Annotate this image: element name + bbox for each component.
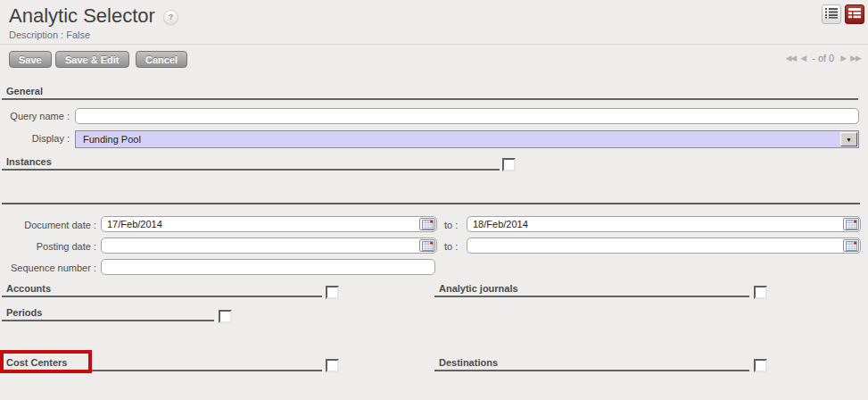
instances-checkbox[interactable]: [502, 158, 516, 171]
display-select[interactable]: Funding Pool ▼: [75, 130, 859, 148]
pager-last-icon[interactable]: ▶▶: [850, 54, 861, 62]
save-button[interactable]: Save: [9, 51, 52, 68]
page-title: Analytic Selector: [9, 4, 155, 28]
list-view-button[interactable]: [822, 4, 841, 24]
section-periods: Periods: [2, 307, 214, 321]
display-label: Display :: [0, 133, 70, 144]
section-separator: [2, 203, 860, 204]
section-instances: Instances: [2, 156, 500, 171]
document-date-to-label: to :: [444, 220, 464, 230]
accounts-checkbox[interactable]: [326, 286, 339, 299]
posting-date-to-input[interactable]: [467, 238, 861, 254]
document-date-input[interactable]: [101, 216, 437, 232]
document-date-label: Document date :: [0, 220, 96, 230]
save-and-edit-button[interactable]: Save & Edit: [55, 51, 129, 68]
dropdown-arrow-icon[interactable]: ▼: [840, 132, 857, 146]
pager-next-icon[interactable]: ▶: [840, 54, 846, 62]
periods-checkbox[interactable]: [219, 310, 232, 323]
pager-prev-icon[interactable]: ◀: [800, 54, 806, 62]
display-select-value: Funding Pool: [83, 134, 141, 145]
pager-count: - of 0: [812, 53, 834, 63]
query-name-input[interactable]: [75, 108, 859, 124]
form-view-icon: [848, 6, 861, 22]
cost-centers-checkbox[interactable]: [326, 359, 339, 372]
destinations-checkbox[interactable]: [754, 359, 767, 372]
section-general: General: [2, 86, 858, 100]
document-date-to-field: [467, 216, 861, 232]
posting-date-to-label: to :: [444, 241, 464, 252]
description-text: Description : False: [9, 29, 90, 40]
posting-date-field: [101, 238, 437, 254]
calendar-icon[interactable]: [419, 239, 435, 252]
posting-date-label: Posting date :: [0, 241, 96, 252]
pager-first-icon[interactable]: ◀◀: [785, 54, 796, 62]
posting-date-input[interactable]: [101, 238, 437, 254]
analytic-selector-form-view: Analytic Selector ? Description : False …: [0, 0, 868, 400]
red-highlight-annotation: [0, 350, 92, 373]
section-accounts: Accounts: [2, 283, 322, 297]
query-name-label: Query name :: [0, 111, 70, 121]
sequence-number-label: Sequence number :: [0, 262, 96, 273]
calendar-icon[interactable]: [419, 218, 435, 230]
analytic-journals-checkbox[interactable]: [754, 286, 767, 299]
calendar-icon[interactable]: [843, 218, 859, 230]
posting-date-to-field: [467, 238, 861, 254]
sequence-number-input[interactable]: [101, 259, 435, 275]
help-icon[interactable]: ?: [163, 10, 178, 25]
form-view-button[interactable]: [845, 4, 864, 24]
document-date-to-input[interactable]: [467, 216, 861, 232]
calendar-icon[interactable]: [843, 239, 859, 252]
cancel-button[interactable]: Cancel: [136, 51, 187, 68]
header-separator: [0, 44, 868, 45]
list-view-icon: [825, 6, 838, 22]
section-analytic-journals: Analytic journals: [434, 283, 749, 297]
section-destinations: Destinations: [434, 357, 749, 371]
record-pager: ◀◀ ◀ - of 0 ▶ ▶▶: [785, 53, 861, 63]
document-date-field: [101, 216, 437, 232]
